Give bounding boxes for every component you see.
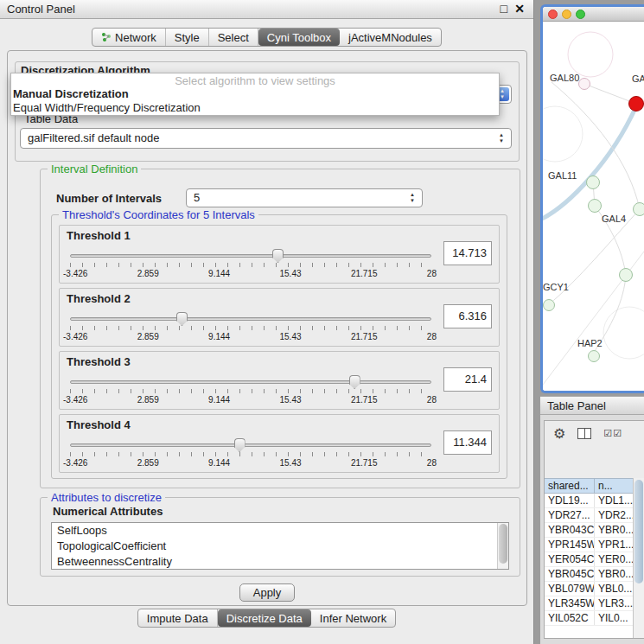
network-node[interactable] — [619, 268, 633, 282]
attributes-scrollbar[interactable] — [497, 523, 508, 569]
network-node[interactable] — [586, 175, 600, 189]
threshold-1-panel: Threshold 1 -3.4262.8599.14415.4321.7152… — [59, 225, 500, 284]
table-toolbar: ⚙ ☑☑ — [545, 421, 644, 445]
close-icon[interactable]: ✕ — [514, 0, 525, 18]
threshold-2-panel: Threshold 2 -3.4262.8599.14415.4321.7152… — [59, 288, 500, 347]
slider-tick-labels: -3.4262.8599.14415.4321.71528 — [63, 332, 437, 341]
dropdown-header: Select algorithm to view settings — [11, 73, 499, 87]
tab-cyni-toolbox[interactable]: Cyni Toolbox — [258, 29, 340, 46]
thresholds-group-title: Threshold's Coordinates for 5 Intervals — [59, 208, 258, 221]
number-of-intervals-label: Number of Intervals — [56, 192, 162, 205]
threshold-1-slider-thumb[interactable] — [272, 249, 284, 263]
threshold-4-slider-track[interactable] — [70, 443, 431, 447]
tab-impute-data[interactable]: Impute Data — [138, 609, 218, 627]
number-of-intervals-combobox[interactable]: 5 ▲ ▼ — [186, 188, 423, 207]
network-node[interactable] — [578, 78, 590, 90]
scrollbar-thumb[interactable] — [499, 524, 507, 564]
tab-style[interactable]: Style — [166, 29, 209, 46]
threshold-3-label: Threshold 3 — [67, 355, 131, 368]
table-row[interactable]: YBL079WYBL0... — [545, 582, 633, 596]
table-row[interactable]: YER054CYER0... — [545, 552, 633, 567]
slider-ticks — [70, 263, 431, 267]
zoom-traffic-light[interactable] — [576, 10, 585, 19]
network-node[interactable] — [633, 202, 644, 216]
threshold-3-slider-track[interactable] — [70, 380, 431, 384]
network-canvas[interactable]: GAL80 GA GAL11 GAL4 GCY1 HAP2 — [543, 22, 644, 391]
tab-jactivemnodules[interactable]: jActiveMNodules — [340, 29, 441, 46]
attributes-group-title: Attributes to discretize — [48, 491, 165, 504]
dropdown-item-equal-width-frequency[interactable]: Equal Width/Frequency Discretization — [11, 101, 499, 115]
columns-icon[interactable] — [577, 428, 591, 439]
list-item[interactable]: TopologicalCoefficient — [52, 539, 508, 554]
bottom-tab-bar: Impute Data Discretize Data Infer Networ… — [0, 609, 533, 628]
node-label: GCY1 — [543, 282, 569, 292]
list-item[interactable]: BetweennessCentrality — [52, 554, 508, 570]
network-node[interactable] — [588, 350, 600, 362]
slider-ticks — [70, 326, 431, 330]
column-header-name[interactable]: n... — [595, 479, 633, 493]
list-item[interactable]: SelfLoops — [52, 523, 508, 539]
tab-network[interactable]: Network — [92, 29, 166, 46]
tab-infer-network[interactable]: Infer Network — [311, 609, 395, 627]
network-view-window: GAL80 GA GAL11 GAL4 GCY1 HAP2 — [540, 4, 644, 393]
algorithm-dropdown-popup: Select algorithm to view settings Manual… — [10, 73, 500, 116]
apply-button[interactable]: Apply — [239, 583, 295, 602]
table-row[interactable]: YDL19...YDL1... — [545, 494, 633, 508]
node-label: HAP2 — [577, 338, 603, 348]
threshold-3-value-field[interactable]: 21.4 — [443, 367, 492, 392]
network-window-titlebar — [543, 7, 644, 22]
tab-discretize-data[interactable]: Discretize Data — [218, 609, 311, 627]
threshold-2-value-field[interactable]: 6.316 — [443, 304, 492, 328]
table-row[interactable]: YLR345WYLR3... — [545, 596, 633, 611]
table-panel: Table Panel ⚙ ☑☑ shared... n... YDL19...… — [540, 396, 644, 644]
table-grid: shared... n... YDL19...YDL1... YDR27...Y… — [545, 478, 633, 638]
dropdown-item-manual-discretization[interactable]: Manual Discretization — [11, 87, 499, 101]
threshold-2-slider-track[interactable] — [70, 317, 431, 321]
node-label: GAL11 — [548, 170, 577, 181]
table-scrollbar[interactable] — [633, 478, 644, 638]
network-node[interactable] — [588, 199, 602, 213]
window-title: Control Panel — [7, 3, 75, 16]
scrollbar-thumb[interactable] — [634, 480, 643, 583]
combo-stepper-icon[interactable]: ▲ ▼ — [406, 189, 418, 207]
attributes-to-discretize-group: Attributes to discretize Numerical Attri… — [40, 497, 520, 577]
top-tab-bar: Network Style Select Cyni Toolbox jActiv… — [0, 28, 533, 47]
threshold-2-slider-thumb[interactable] — [176, 312, 188, 326]
column-header-shared[interactable]: shared... — [545, 479, 595, 493]
table-panel-titlebar: Table Panel — [540, 396, 644, 415]
gear-icon[interactable]: ⚙ — [553, 425, 565, 442]
float-window-icon[interactable]: □ — [501, 0, 507, 18]
thresholds-group: Threshold's Coordinates for 5 Intervals … — [51, 214, 507, 479]
tab-select[interactable]: Select — [209, 29, 258, 46]
threshold-1-value-field[interactable]: 14.713 — [443, 241, 492, 265]
threshold-3-panel: Threshold 3 -3.4262.8599.14415.4321.7152… — [59, 351, 500, 410]
interval-group-title: Interval Definition — [48, 163, 141, 175]
table-row[interactable]: YDR27...YDR2... — [545, 508, 633, 523]
table-row[interactable]: YIL052CYIL0... — [545, 611, 633, 626]
network-node-selected[interactable] — [628, 96, 644, 112]
threshold-4-panel: Threshold 4 -3.4262.8599.14415.4321.7152… — [59, 414, 500, 473]
slider-tick-labels: -3.4262.8599.14415.4321.71528 — [63, 269, 437, 278]
network-icon — [101, 32, 112, 42]
threshold-3-slider-thumb[interactable] — [349, 375, 360, 389]
control-panel-window: Control Panel □ ✕ Network Style Select C… — [0, 0, 534, 644]
table-row[interactable]: YBR043CYBR0... — [545, 523, 633, 538]
threshold-1-slider-track[interactable] — [70, 254, 431, 258]
node-table: ⚙ ☑☑ shared... n... YDL19...YDL1... YDR2… — [544, 420, 644, 639]
numerical-attributes-label: Numerical Attributes — [53, 505, 163, 518]
table-row[interactable]: YPR145WYPR1... — [545, 538, 633, 552]
close-traffic-light[interactable] — [548, 10, 558, 19]
slider-ticks — [70, 389, 431, 393]
checkbox-icons[interactable]: ☑☑ — [603, 428, 622, 439]
cyni-toolbox-panel: Discretization Algorithm ▲ ▼ Table Data … — [7, 50, 527, 606]
threshold-1-label: Threshold 1 — [67, 229, 131, 242]
table-row[interactable]: YBR045CYBR0... — [545, 567, 633, 582]
network-node[interactable] — [543, 299, 555, 311]
table-header-row: shared... n... — [545, 478, 633, 494]
table-data-combobox[interactable]: galFiltered.sif default node ▲ ▼ — [20, 128, 512, 149]
minimize-traffic-light[interactable] — [562, 10, 571, 19]
threshold-4-value-field[interactable]: 11.344 — [443, 430, 492, 455]
threshold-4-slider-thumb[interactable] — [234, 438, 245, 452]
threshold-2-label: Threshold 2 — [67, 292, 131, 305]
combo-stepper-icon[interactable]: ▲ ▼ — [495, 129, 507, 148]
